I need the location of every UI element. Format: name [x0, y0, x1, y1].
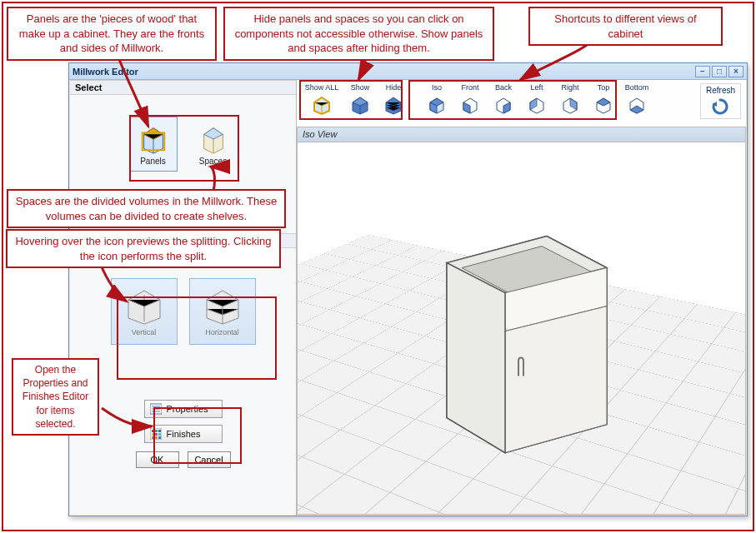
view-left-button[interactable]: Left: [522, 83, 552, 117]
top-toolbar: Show ALL Show Hide Iso Front: [297, 80, 746, 127]
palette-grid-icon: [150, 428, 162, 440]
callout-split: Hovering over the icon previews the spli…: [6, 229, 281, 268]
viewport-title: Iso View: [298, 127, 745, 142]
show-all-button[interactable]: Show ALL: [302, 83, 342, 117]
right-area: Show ALL Show Hide Iso Front: [297, 80, 746, 515]
svg-rect-17: [158, 433, 161, 436]
svg-marker-46: [447, 263, 505, 453]
left-cube-icon: [527, 95, 547, 115]
callout-panels: Panels are the 'pieces of wood' that mak…: [7, 7, 217, 61]
left-panel: Select Panels: [70, 80, 297, 516]
finishes-button[interactable]: Finishes: [144, 425, 223, 443]
view-front-button[interactable]: Front: [455, 83, 485, 117]
refresh-label: Refresh: [706, 86, 735, 95]
view-right-button[interactable]: Right: [555, 83, 585, 117]
svg-rect-12: [152, 430, 154, 432]
window-minimize-button[interactable]: −: [695, 66, 710, 77]
callout-spaces: Spaces are the divided volumes in the Mi…: [7, 189, 286, 228]
hide-label: Hide: [386, 83, 402, 92]
view-back-button[interactable]: Back: [488, 83, 518, 117]
back-cube-icon: [493, 95, 513, 115]
bottom-label: Bottom: [625, 83, 649, 92]
spaces-cube-icon: [198, 123, 229, 155]
bottom-cube-icon: [627, 95, 647, 115]
svg-marker-39: [630, 106, 643, 113]
show-button[interactable]: Show: [345, 83, 375, 117]
svg-marker-45: [505, 306, 607, 453]
iso-cube-icon: [427, 95, 447, 115]
svg-rect-18: [152, 436, 154, 439]
properties-button[interactable]: Properties: [144, 400, 223, 418]
list-icon: [150, 403, 162, 415]
show-label: Show: [351, 83, 370, 92]
select-panels-label: Panels: [140, 157, 166, 166]
svg-rect-20: [158, 436, 161, 439]
horizontal-split-icon: [202, 286, 243, 325]
front-label: Front: [461, 83, 478, 92]
vertical-split-icon: [123, 286, 165, 325]
svg-marker-31: [503, 102, 510, 113]
section-select-title: Select: [70, 80, 296, 95]
refresh-button[interactable]: Refresh: [700, 83, 741, 119]
select-spaces-button[interactable]: Spaces: [189, 117, 238, 172]
top-cube-icon: [593, 95, 613, 115]
iso-label: Iso: [432, 83, 442, 92]
viewport-3d[interactable]: Iso View: [297, 127, 746, 515]
view-bottom-button[interactable]: Bottom: [622, 83, 652, 117]
views-group: Iso Front Back Left Right: [422, 83, 652, 117]
back-label: Back: [495, 83, 512, 92]
svg-marker-29: [463, 102, 470, 113]
solid-cube-icon: [349, 94, 371, 116]
split-horizontal-label: Horizontal: [205, 328, 239, 336]
svg-marker-37: [597, 98, 610, 106]
right-cube-icon: [560, 95, 580, 115]
window-title: Millwork Editor: [73, 67, 138, 77]
svg-rect-14: [158, 430, 161, 432]
svg-marker-33: [530, 98, 537, 110]
callout-views: Shortcuts to different views of cabinet: [528, 7, 723, 46]
cancel-button[interactable]: Cancel: [188, 451, 231, 468]
select-panels-button[interactable]: Panels: [129, 117, 178, 172]
front-cube-icon: [460, 95, 480, 115]
svg-rect-16: [155, 433, 158, 436]
hide-button[interactable]: Hide: [378, 83, 408, 117]
split-horizontal-button[interactable]: Horizontal: [189, 278, 256, 345]
window-close-button[interactable]: ×: [728, 66, 743, 77]
panels-cube-icon: [138, 123, 169, 155]
millwork-editor-window: Millwork Editor − □ × Select Panels: [68, 62, 748, 516]
refresh-icon: [710, 97, 730, 117]
svg-rect-13: [155, 430, 158, 432]
ok-button[interactable]: OK: [136, 451, 179, 468]
cabinet-model: [397, 203, 647, 470]
callout-props: Open the Properties and Finishes Editor …: [12, 358, 99, 436]
split-vertical-button[interactable]: Vertical: [111, 278, 178, 345]
wireframe-all-icon: [311, 94, 333, 116]
hideshow-group: Show ALL Show Hide: [302, 83, 408, 117]
show-all-label: Show ALL: [305, 83, 339, 92]
titlebar: Millwork Editor − □ ×: [69, 63, 747, 80]
split-vertical-label: Vertical: [132, 328, 157, 336]
select-spaces-label: Spaces: [199, 157, 227, 166]
view-iso-button[interactable]: Iso: [422, 83, 452, 117]
svg-rect-15: [152, 433, 154, 436]
view-top-button[interactable]: Top: [588, 83, 618, 117]
properties-label: Properties: [167, 404, 208, 414]
top-label: Top: [598, 83, 610, 92]
svg-rect-19: [155, 436, 158, 439]
right-label: Right: [561, 83, 578, 92]
shelves-icon: [383, 94, 404, 116]
window-maximize-button[interactable]: □: [712, 66, 727, 77]
left-label: Left: [530, 83, 543, 92]
callout-hideshow: Hide panels and spaces so you can click …: [223, 7, 494, 61]
svg-marker-35: [570, 98, 577, 110]
finishes-label: Finishes: [167, 429, 201, 439]
